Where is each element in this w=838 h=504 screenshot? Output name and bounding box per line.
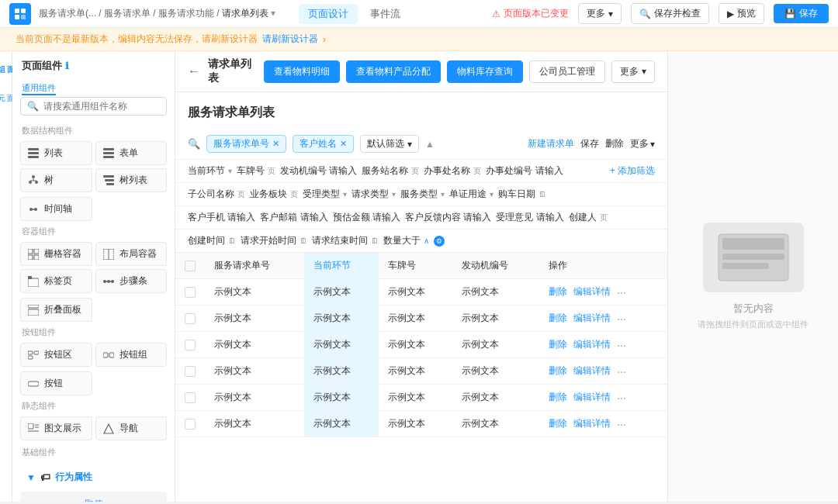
filter-document-use[interactable]: 单证用途 ▾ [449,188,493,201]
tree-component[interactable]: 树 [20,168,92,192]
select-all-checkbox[interactable] [185,261,196,271]
header-more-dropdown[interactable]: 更多 ▾ [611,60,655,83]
filter-engine-number[interactable]: 发动机编号 请输入 [280,164,357,178]
more-small-dropdown[interactable]: 更多 ▾ [630,137,655,150]
navigation-component[interactable]: 导航 [95,416,168,440]
save-check-button[interactable]: 🔍 保存并检查 [631,3,709,24]
filter-subsidiary[interactable]: 子公司名称 页 [188,188,245,201]
filter-service-station[interactable]: 服务站名称 页 [362,164,419,178]
tab-page-design[interactable]: 页面设计 [299,4,358,24]
tab-event-flow[interactable]: 事件流 [361,4,410,24]
filter-reception-opinion[interactable]: 受理意见 请输入 [496,211,563,224]
table-row: 示例文本示例文本示例文本示例文本删除编辑详情··· [175,358,667,385]
filter-tag-customer-name[interactable]: 客户姓名 ✕ [293,135,354,153]
delete-action-button[interactable]: 删除 [549,364,567,378]
view-material-product-button[interactable]: 查看物料产品分配 [346,60,441,83]
button-area-component[interactable]: 按钮区 [20,343,92,367]
search-input[interactable] [43,101,160,112]
refresh-designer-link[interactable]: 请刷新设计器 [262,33,318,46]
edit-action-button[interactable]: 编辑详情 [573,417,611,430]
row-checkbox[interactable] [185,287,196,298]
behavior-item-get-value[interactable]: 取值 [20,492,167,502]
add-filter-button[interactable]: + 添加筛选 [610,164,655,178]
chevron-down-icon: ▾ [650,139,655,150]
company-employee-button[interactable]: 公司员工管理 [529,60,605,83]
delete-action-button[interactable]: 删除 [549,417,567,430]
row-checkbox[interactable] [185,366,196,377]
preview-button[interactable]: ▶ 预览 [719,3,764,24]
filter-office-name[interactable]: 办事处名称 页 [424,164,481,178]
row-more-button[interactable]: ··· [617,286,626,299]
delete-small-button[interactable]: 删除 [605,137,624,150]
sort-icon[interactable]: ▲ [425,139,435,150]
grid-container-component[interactable]: 栅格容器 [20,242,92,266]
svg-rect-52 [722,263,769,269]
row-checkbox-cell [175,306,205,332]
filter-service-type[interactable]: 服务类型 ▾ [400,188,445,201]
close-filter-tag[interactable]: ✕ [272,139,279,149]
save-icon: 💾 [784,9,796,19]
row-checkbox[interactable] [185,419,196,430]
button-component[interactable]: 按钮 [20,371,92,395]
image-text-component[interactable]: 图文展示 [20,416,92,440]
filter-request-end-time[interactable]: 请求结束时间 🗓 [312,234,379,247]
filter-customer-feedback[interactable]: 客户反馈内容 请输入 [405,211,491,224]
row-more-button[interactable]: ··· [617,392,626,404]
button-group-component[interactable]: 按钮组 [95,343,168,367]
delete-action-button[interactable]: 删除 [549,312,567,325]
filter-business-segment[interactable]: 业务板块 页 [250,188,298,201]
row-checkbox[interactable] [185,392,196,403]
delete-action-button[interactable]: 删除 [549,338,567,351]
filter-tag-request-number[interactable]: 服务请求单号 ✕ [206,135,286,153]
svg-rect-40 [28,356,33,359]
edit-action-button[interactable]: 编辑详情 [573,364,611,378]
select-all-header[interactable] [175,253,205,279]
filter-license-plate[interactable]: 车牌号 页 [237,164,275,178]
filter-request-start-time[interactable]: 请求开始时间 🗓 [241,234,307,247]
filter-reception-type[interactable]: 受理类型 ▾ [303,188,347,201]
sidebar-search-box[interactable]: 🔍 [20,97,167,116]
form-component[interactable]: 表单 [95,141,168,165]
filter-estimated-amount[interactable]: 预估金额 请输入 [333,211,400,224]
new-request-button[interactable]: 新建请求单 [528,137,574,150]
filter-quantity-gt[interactable]: 数量大于 ∧ ⚙ [383,234,445,247]
edit-action-button[interactable]: 编辑详情 [573,285,611,299]
more-button[interactable]: 更多 ▾ [578,3,622,24]
filter-customer-email[interactable]: 客户邮箱 请输入 [260,211,327,224]
edit-action-button[interactable]: 编辑详情 [573,338,611,351]
filter-office-code[interactable]: 办事处编号 请输入 [486,164,563,178]
edit-action-button[interactable]: 编辑详情 [573,312,611,325]
material-inventory-button[interactable]: 物料库存查询 [447,60,523,83]
svg-point-23 [34,208,37,211]
back-button[interactable]: ← [188,64,200,78]
row-more-button[interactable]: ··· [617,418,626,430]
default-filter-dropdown[interactable]: 默认筛选 ▾ [360,135,419,153]
tree-list-component[interactable]: 树列表 [95,168,168,192]
edit-action-button[interactable]: 编辑详情 [573,391,611,404]
collapse-panel-component[interactable]: 折叠面板 [20,298,92,322]
filter-current-node[interactable]: 当前环节 ▾ [188,164,232,178]
filter-purchase-date[interactable]: 购车日期 🗓 [498,188,546,201]
row-checkbox[interactable] [185,340,196,350]
row-checkbox[interactable] [185,313,196,324]
list-component[interactable]: 列表 [20,141,92,165]
row-more-button[interactable]: ··· [617,312,626,325]
close-filter-tag-2[interactable]: ✕ [340,139,347,149]
delete-action-button[interactable]: 删除 [549,391,567,404]
stepper-component[interactable]: 步骤条 [95,269,168,293]
time-axis-component[interactable]: 时间轴 [20,197,92,221]
filter-request-type[interactable]: 请求类型 ▾ [351,188,396,201]
filter-customer-phone[interactable]: 客户手机 请输入 [188,211,255,224]
filter-create-time[interactable]: 创建时间 🗓 [188,234,236,247]
save-small-button[interactable]: 保存 [580,137,599,150]
filter-creator[interactable]: 创建人 页 [569,211,608,224]
delete-action-button[interactable]: 删除 [549,285,567,299]
row-more-button[interactable]: ··· [617,365,626,378]
save-button[interactable]: 💾 保存 [774,4,829,23]
tab-page-component[interactable]: 标签页 [20,269,92,293]
layout-container-component[interactable]: 布局容器 [95,242,168,266]
behavior-title[interactable]: ▼ 🏷 行为属性 [20,466,167,488]
col-engine-number: 发动机编号 [452,253,539,279]
view-material-detail-button[interactable]: 查看物料明细 [264,60,340,83]
row-more-button[interactable]: ··· [617,339,626,351]
